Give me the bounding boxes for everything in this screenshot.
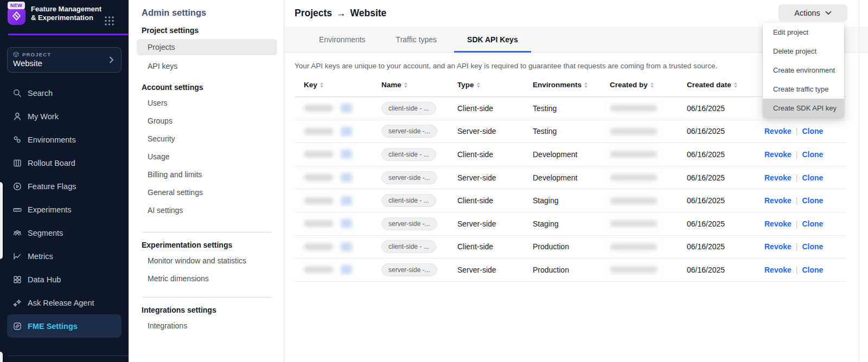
table-row: client-side - ...Client-sideProduction06… [295, 236, 846, 259]
sidebar-item-rollout-board[interactable]: Rollout Board [7, 151, 122, 174]
menu-item-create-traffic-type[interactable]: Create traffic type [763, 80, 844, 99]
sidebar-item-feature-flags[interactable]: Feature Flags [7, 174, 122, 198]
tab-sdk-api-keys[interactable]: SDK API Keys [454, 27, 531, 52]
revoke-link[interactable]: Revoke [764, 266, 792, 274]
revoke-link[interactable]: Revoke [764, 127, 792, 135]
environment-cell: Production [524, 266, 601, 274]
column-header-type[interactable]: Type [448, 81, 524, 89]
sidebar-item-my-work[interactable]: My Work [7, 105, 122, 128]
actions-dropdown-menu: Edit projectDelete projectCreate environ… [763, 23, 844, 118]
sort-arrows-icon[interactable] [650, 82, 654, 88]
redacted-created-by [610, 105, 658, 112]
created-date-cell: 06/16/2025 [678, 242, 755, 251]
admin-item-projects[interactable]: Projects [137, 39, 277, 55]
api-key-cell [295, 104, 372, 113]
tab-traffic-types[interactable]: Traffic types [383, 27, 450, 52]
admin-item-general-settings[interactable]: General settings [137, 183, 277, 201]
redacted-created-by [610, 220, 658, 227]
key-type-cell: Server-side [448, 173, 524, 182]
sort-arrows-icon[interactable] [734, 82, 737, 88]
key-name-cell: server-side -... [372, 263, 448, 276]
admin-item-monitor-window-and-statistics[interactable]: Monitor window and statistics [137, 251, 277, 269]
revoke-link[interactable]: Revoke [764, 150, 792, 159]
api-key-cell [295, 219, 372, 228]
sidebar-scrollbar-thumb[interactable] [0, 182, 3, 259]
copy-key-icon[interactable] [341, 265, 352, 274]
admin-item-billing-and-limits[interactable]: Billing and limits [137, 165, 277, 183]
copy-key-icon[interactable] [341, 242, 352, 251]
key-name-cell: client-side - ... [372, 102, 448, 115]
copy-key-icon[interactable] [341, 127, 352, 136]
revoke-link[interactable]: Revoke [764, 173, 792, 182]
sidebar-item-search[interactable]: Search [7, 81, 122, 105]
menu-item-create-environment[interactable]: Create environment [763, 61, 844, 80]
action-separator: | [796, 127, 798, 135]
actions-button[interactable]: Actions [778, 4, 847, 22]
sidebar-scrollbar-thumb-bottom[interactable] [0, 352, 3, 362]
clone-link[interactable]: Clone [802, 196, 823, 205]
sidebar-item-ask-release-agent[interactable]: Ask Release Agent [7, 291, 122, 314]
sort-arrows-icon[interactable] [477, 82, 480, 88]
table-row: server-side -...Server-sideProduction06/… [295, 258, 846, 282]
created-by-cell [601, 151, 678, 158]
clone-link[interactable]: Clone [802, 127, 823, 135]
column-header-created-by[interactable]: Created by [601, 81, 678, 89]
admin-item-groups[interactable]: Groups [137, 112, 277, 130]
admin-item-ai-settings[interactable]: AI settings [137, 201, 277, 219]
menu-item-edit-project[interactable]: Edit project [763, 23, 844, 42]
copy-key-icon[interactable] [341, 104, 352, 113]
search-icon [12, 88, 28, 98]
column-header-key[interactable]: Key [295, 81, 372, 89]
sidebar-item-data-hub[interactable]: Data Hub [7, 268, 122, 291]
copy-key-icon[interactable] [341, 219, 352, 228]
tab-environments[interactable]: Environments [306, 27, 379, 52]
admin-item-api-keys[interactable]: API keys [137, 57, 277, 75]
project-label: PROJECT [22, 51, 51, 57]
sidebar-item-environments[interactable]: Environments [7, 128, 122, 151]
copy-key-icon[interactable] [341, 173, 352, 182]
app-switcher-grid-icon[interactable] [104, 16, 114, 28]
app-sidebar: NEW Feature Management & Experimentation… [0, 0, 129, 362]
key-name-badge: server-side -... [381, 263, 437, 276]
admin-section-divider [142, 232, 272, 232]
sort-arrows-icon[interactable] [404, 82, 407, 88]
sidebar-item-experiments[interactable]: Experiments [7, 198, 122, 221]
clone-link[interactable]: Clone [802, 150, 823, 159]
fme-icon [12, 321, 28, 331]
admin-item-security[interactable]: Security [137, 130, 277, 147]
sidebar-item-metrics[interactable]: Metrics [7, 244, 122, 268]
menu-item-delete-project[interactable]: Delete project [763, 42, 844, 61]
sidebar-item-segments[interactable]: Segments [7, 221, 122, 244]
admin-item-integrations[interactable]: Integrations [137, 316, 277, 334]
clone-link[interactable]: Clone [802, 173, 823, 182]
breadcrumb: Projects→Website [295, 8, 386, 19]
environment-cell: Development [524, 173, 601, 182]
clone-link[interactable]: Clone [802, 266, 823, 274]
project-selector[interactable]: PROJECT Website [7, 47, 122, 73]
copy-key-icon[interactable] [341, 196, 352, 205]
key-name-badge: client-side - ... [381, 240, 436, 253]
menu-item-create-sdk-api-key[interactable]: Create SDK API key [763, 99, 844, 118]
new-badge: NEW [8, 2, 25, 9]
admin-item-metric-dimensions[interactable]: Metric dimensions [137, 269, 277, 287]
revoke-link[interactable]: Revoke [764, 242, 792, 251]
column-header-name[interactable]: Name [372, 81, 448, 89]
column-header-created-date[interactable]: Created date [678, 81, 755, 89]
sort-arrows-icon[interactable] [320, 82, 323, 88]
copy-key-icon[interactable] [341, 150, 352, 159]
sidebar-item-fme-settings[interactable]: FME Settings [7, 314, 122, 338]
admin-item-users[interactable]: Users [137, 94, 277, 112]
table-row: client-side - ...Client-sideDevelopment0… [295, 143, 846, 166]
chevron-down-icon [825, 11, 832, 15]
sort-arrows-icon[interactable] [584, 82, 588, 88]
breadcrumb-parent[interactable]: Projects [295, 8, 332, 18]
redacted-api-key [304, 128, 334, 135]
column-header-environments[interactable]: Environments [524, 81, 601, 89]
sidebar-item-label: Search [28, 89, 53, 98]
api-key-cell [295, 150, 372, 159]
clone-link[interactable]: Clone [802, 219, 823, 228]
revoke-link[interactable]: Revoke [764, 219, 792, 228]
admin-item-usage[interactable]: Usage [137, 147, 277, 165]
revoke-link[interactable]: Revoke [764, 196, 792, 205]
clone-link[interactable]: Clone [802, 242, 823, 251]
